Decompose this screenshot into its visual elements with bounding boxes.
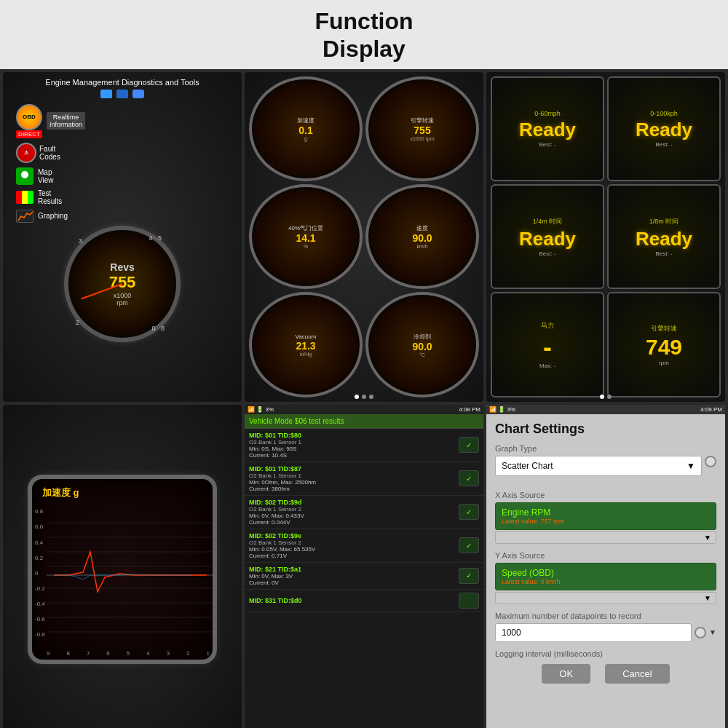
ok-badge: ✓ — [459, 568, 479, 584]
y-axis-wrapper: Speed (OBD) Latest value: 0 km/h ▼ — [495, 563, 716, 604]
graph-type-radio[interactable] — [705, 456, 716, 467]
perf-horsepower: 马力 - Max: - — [491, 292, 604, 397]
accel-gauge: 加速度 g 0.8 0.6 0.4 0.2 0 -0.2 -0.4 -0.6 -… — [28, 475, 217, 664]
chart-settings-body: Chart Settings Graph Type Scatter Chart … — [486, 414, 725, 691]
dot-1 — [600, 395, 604, 399]
menu-items: OBD DIRECT RealtimeInformation ⚠ FaultCo… — [16, 104, 236, 223]
test-item: MID: $02 TID:$9d O2 Bank 1 Sensor 2 Min:… — [245, 496, 483, 529]
y-axis-label: Y Axis Source — [495, 551, 716, 560]
gauge-acceleration: 加速度 0.1 g — [249, 76, 363, 181]
menu-graphing[interactable]: Graphing — [16, 210, 68, 223]
icon-car — [132, 90, 144, 98]
graph-type-dropdown[interactable]: Scatter Chart ▼ — [495, 456, 702, 476]
panel-test-results: 📶 🔋 3% 4:08 PM Vehicle Mode $06 test res… — [245, 405, 483, 728]
fault-codes-icon: ⚠ — [16, 143, 36, 163]
test-results-header: Vehicle Mode $06 test results — [245, 414, 483, 429]
graph-type-label: Graph Type — [495, 444, 716, 453]
test-item: MID: $01 TID:$87 O2 Bank 1 Sensor 1 Min:… — [245, 462, 483, 496]
x-axis-wrapper: Engine RPM Latest value: 757 rpm ▼ — [495, 502, 716, 544]
ok-badge — [459, 593, 479, 609]
accel-svg — [47, 508, 217, 643]
realtime-box[interactable]: RealtimeInformation — [47, 112, 85, 130]
icon-blue2 — [116, 90, 128, 98]
page-title: Function Display — [0, 7, 728, 63]
perf-engine-rpm: 引擎转速 749 rpm — [607, 292, 721, 397]
max-datapoints-input[interactable] — [495, 623, 692, 642]
chart-settings-title: Chart Settings — [495, 422, 716, 437]
gauge-throttle: 40%气门位置 14.1 % — [249, 184, 363, 289]
ok-button[interactable]: OK — [542, 664, 590, 684]
accel-xaxis: 9 8 7 6 5 4 3 2 1 — [47, 650, 210, 657]
map-view-label: MapView — [38, 168, 54, 184]
obd-icon: OBD — [16, 104, 42, 130]
max-datapoints-row: ▼ — [495, 623, 716, 642]
big-gauge: 3 4 5 2 0 8 Revs 755 x1000 rpm — [64, 226, 181, 342]
accel-label: 加速度 g — [42, 486, 79, 499]
menu-fault-codes[interactable]: ⚠ FaultCodes — [16, 143, 60, 163]
perf-eighth-mile: 1/8m 时间 Ready Best: - — [607, 184, 721, 289]
ok-badge: ✓ — [459, 437, 479, 453]
test-item: MID: $31 TID:$d0 — [245, 590, 483, 612]
ok-badge: ✓ — [459, 537, 479, 553]
gauge-rpm: 引擎转速 755 x1000 rpm — [365, 76, 479, 181]
max-datapoints-radio[interactable] — [695, 627, 706, 638]
perf-0-100kph: 0-100kph Ready Best: - — [607, 76, 721, 181]
main-grid: Engine Management Diagnostics and Tools … — [0, 69, 728, 728]
dot-2 — [607, 395, 612, 399]
gauge-label: Revs — [110, 261, 134, 273]
status-bar-5: 📶 🔋 3% 4:08 PM — [245, 405, 483, 414]
direct-badge: DIRECT — [16, 130, 42, 138]
icon-blue — [100, 90, 112, 98]
y-axis-dropdown[interactable]: Speed (OBD) Latest value: 0 km/h — [495, 563, 716, 590]
accel-yaxis: 0.8 0.6 0.4 0.2 0 -0.2 -0.4 -0.6 -0.8 — [35, 508, 45, 638]
ok-badge: ✓ — [459, 470, 479, 486]
panel-gauges: 加速度 0.1 g 引擎转速 755 x1000 rpm 40%气门位置 14.… — [245, 72, 483, 402]
perf-quarter-mile: 1/4m 时间 Ready Best: - — [491, 184, 604, 289]
test-item: MID: $01 TID:$80 O2 Bank 1 Sensor 1 Min:… — [245, 429, 483, 462]
dot-indicator-2 — [245, 395, 483, 399]
app-title: Engine Management Diagnostics and Tools — [45, 78, 199, 87]
max-datapoints-label: Maximum number of datapoints to record — [495, 612, 716, 620]
dot-indicator-3 — [486, 395, 725, 399]
icon-row — [100, 90, 144, 98]
cancel-button[interactable]: Cancel — [605, 664, 669, 684]
gauge-vacuum: Vacuum 21.3 in/Hg — [249, 292, 363, 397]
ok-badge: ✓ — [459, 504, 479, 520]
dot-1 — [355, 395, 359, 399]
test-results-label: TestResults — [38, 189, 62, 205]
dot-2 — [362, 395, 366, 399]
menu-test-results[interactable]: TestResults — [16, 189, 62, 205]
gauge-coolant: 冷却剂 90.0 °C — [365, 292, 479, 397]
panel-performance: 0-60mph Ready Best: - 0-100kph Ready Bes… — [486, 72, 725, 402]
gauge-speed: 速度 90.0 km/h — [365, 184, 479, 289]
cs-buttons: OK Cancel — [495, 664, 716, 684]
perf-0-60mph: 0-60mph Ready Best: - — [491, 76, 604, 181]
test-item: MID: $21 TID:$a1 Min: 0V, Max: 3VCurrent… — [245, 563, 483, 590]
test-item: MID: $02 TID:$9e O2 Bank 1 Sensor 2 Min:… — [245, 529, 483, 563]
graphing-label: Graphing — [38, 212, 68, 220]
gauge-unit: x1000 — [114, 292, 132, 299]
panel-accelerometer: 加速度 g 0.8 0.6 0.4 0.2 0 -0.2 -0.4 -0.6 -… — [3, 405, 242, 728]
logging-interval-label: Logging interval (milliseconds) — [495, 649, 716, 658]
page-header: Function Display — [0, 0, 728, 69]
x-axis-label: X Axis Source — [495, 491, 716, 499]
y-axis-dropdown-arrow[interactable]: ▼ — [495, 592, 716, 604]
dot-3 — [369, 395, 373, 399]
fault-codes-label: FaultCodes — [39, 145, 60, 161]
menu-obd[interactable]: OBD DIRECT RealtimeInformation — [16, 104, 85, 138]
panel-chart-settings: 📶 🔋 3% 4:09 PM Chart Settings Graph Type… — [486, 405, 725, 728]
x-axis-dropdown[interactable]: Engine RPM Latest value: 757 rpm — [495, 502, 716, 530]
panel-engine-management: Engine Management Diagnostics and Tools … — [3, 72, 242, 402]
x-axis-dropdown-arrow[interactable]: ▼ — [495, 531, 716, 544]
menu-map-view[interactable]: MapView — [16, 167, 54, 185]
test-results-icon — [16, 191, 33, 204]
gauge-value: 755 — [109, 273, 136, 292]
status-bar-6: 📶 🔋 3% 4:09 PM — [486, 405, 725, 414]
graphing-icon — [16, 210, 33, 223]
map-icon — [16, 167, 33, 185]
